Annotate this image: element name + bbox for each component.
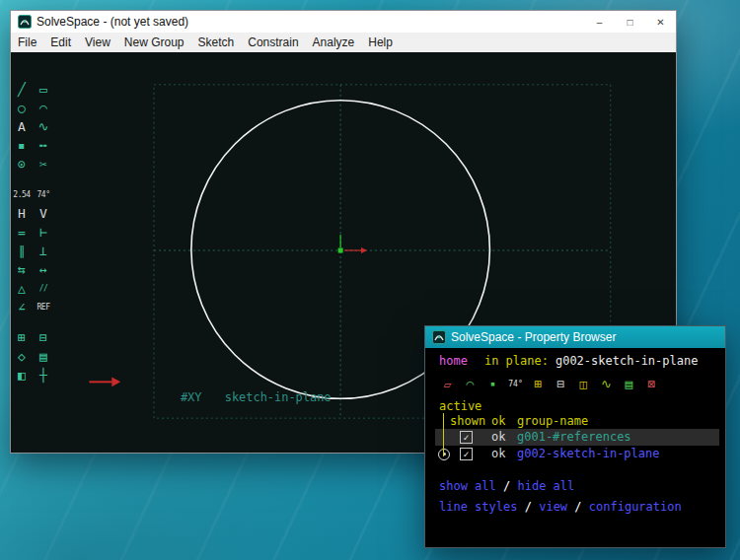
maximize-button[interactable]: □ (615, 11, 645, 33)
extrude-group-icon[interactable]: ⊞ (11, 328, 33, 347)
translate-icon[interactable]: ▤ (619, 374, 639, 393)
red-arrowhead (111, 377, 120, 386)
extrude-icon[interactable]: ⊞ (528, 374, 549, 393)
rotate-group-icon[interactable]: ◇ (11, 347, 33, 366)
datum-circle-tool-icon[interactable]: ⊙ (11, 155, 33, 174)
line-styles-link[interactable]: line styles (439, 500, 517, 514)
rectangle-tool-icon[interactable]: ▭ (33, 80, 54, 99)
shown-checkbox[interactable]: ✓ (460, 431, 473, 444)
equal-constraint-icon[interactable]: = (11, 223, 33, 242)
on-entity-constraint-icon[interactable]: ⊢ (33, 223, 54, 242)
browser-nav-line: home in plane: g002-sketch-in-plane (439, 354, 725, 369)
shown-checkbox[interactable]: ✓ (460, 448, 473, 460)
link-separator: / (503, 479, 517, 493)
group-ok-status: ok (481, 430, 510, 445)
parallel-constraint-icon[interactable]: ∥ (11, 242, 33, 260)
link-separator: / (525, 500, 539, 514)
menu-bar: File Edit View New Group Sketch Constrai… (11, 33, 676, 53)
new-sketch-in-plane-icon[interactable]: ▱ (437, 374, 458, 393)
menu-view[interactable]: View (78, 33, 117, 52)
lathe-icon[interactable]: ⊟ (551, 374, 571, 393)
midpoint-constraint-icon[interactable]: ↔ (33, 260, 54, 279)
link-icon[interactable]: ⊠ (641, 374, 662, 393)
text-tool-icon[interactable]: A (11, 117, 33, 136)
line-segment-tool-icon[interactable]: ╱ (11, 80, 33, 99)
reference-constraint-icon[interactable]: REF (33, 298, 54, 316)
menu-sketch[interactable]: Sketch (191, 33, 242, 52)
property-browser-titlebar[interactable]: SolveSpace - Property Browser (425, 326, 725, 348)
settings-links: line styles / view / configuration (439, 500, 725, 515)
group-link-sketch-in-plane[interactable]: g002-sketch-in-plane (510, 447, 719, 461)
menu-new-group[interactable]: New Group (117, 33, 191, 52)
group-ok-status: ok (481, 447, 510, 461)
window-controls: – □ ✕ (584, 11, 676, 33)
ok-column-header: ok (481, 414, 510, 429)
split-curves-tool-icon[interactable]: ✂ (33, 155, 54, 174)
palette-divider (11, 174, 55, 185)
browser-toolbar: ▱ ◠ ▪ 74° ⊞ ⊟ ◫ ∿ ▤ ⊠ (437, 374, 725, 393)
property-browser-title: SolveSpace - Property Browser (451, 330, 616, 344)
active-column-label: active (439, 399, 725, 414)
perpendicular-constraint-icon[interactable]: ⊥ (33, 242, 54, 260)
minimize-button[interactable]: – (584, 11, 615, 33)
vertical-constraint-icon[interactable]: V (33, 204, 54, 223)
sketch-group-label[interactable]: sketch-in-plane (225, 390, 332, 404)
current-plane-name: g002-sketch-in-plane (555, 354, 699, 369)
horizontal-constraint-icon[interactable]: H (11, 204, 33, 223)
arc-tool-icon[interactable]: ◠ (33, 99, 54, 117)
lathe-group-icon[interactable]: ⊟ (33, 328, 54, 347)
palette-divider (11, 316, 55, 328)
angle-dimension-icon[interactable]: 74° (33, 185, 54, 204)
angle-constraint-icon[interactable]: ∠ (11, 298, 33, 316)
show-hide-links: show all / hide all (439, 479, 725, 494)
close-button[interactable]: ✕ (645, 11, 676, 33)
home-link[interactable]: home (439, 354, 468, 369)
shown-column-header: shown (435, 414, 481, 429)
main-window-title: SolveSpace - (not yet saved) (37, 15, 188, 29)
solvespace-app-icon (18, 15, 32, 29)
menu-file[interactable]: File (11, 33, 43, 52)
menu-help[interactable]: Help (361, 33, 400, 52)
in-plane-label: in plane: (484, 354, 549, 369)
configuration-link[interactable]: configuration (589, 500, 682, 514)
active-indicator-line (443, 413, 444, 456)
tool-palette: ╱ ▭ ○ ◠ A ∿ ▪ ╍ ⊙ ✂ 2.54 74° H V = ⊢ (11, 52, 55, 453)
view-link[interactable]: view (539, 500, 567, 514)
point-tool-icon[interactable]: ▪ (11, 136, 33, 155)
distance-dimension-icon[interactable]: 2.54 (11, 185, 33, 204)
angle-dimension-icon[interactable]: 74° (505, 374, 526, 393)
datum-point-icon[interactable]: ▪ (482, 374, 503, 393)
circle-tool-icon[interactable]: ○ (11, 99, 33, 117)
translate-group-icon[interactable]: ▤ (33, 347, 54, 366)
same-orientation-constraint-icon[interactable]: △ (11, 279, 33, 298)
property-browser-window: SolveSpace - Property Browser home in pl… (424, 325, 726, 548)
show-all-link[interactable]: show all (439, 479, 496, 493)
helix-icon[interactable]: ∿ (596, 374, 617, 393)
equal-angle-constraint-icon[interactable]: // (33, 279, 54, 298)
bezier-tool-icon[interactable]: ∿ (33, 117, 54, 136)
menu-constrain[interactable]: Constrain (241, 33, 305, 52)
revolve-icon[interactable]: ◫ (573, 374, 594, 393)
main-titlebar[interactable]: SolveSpace - (not yet saved) – □ ✕ (11, 11, 676, 33)
origin-x-arrowhead (361, 247, 367, 253)
group-row-sketch-in-plane[interactable]: ✓ ok g002-sketch-in-plane (435, 446, 719, 462)
link-separator: / (574, 500, 588, 514)
group-name-column-header: group-name (510, 414, 725, 429)
solvespace-app-icon (432, 330, 446, 344)
desktop-background: SolveSpace - (not yet saved) – □ ✕ File … (0, 0, 740, 560)
group-row-references[interactable]: ✓ ok g001-#references (435, 429, 719, 446)
menu-edit[interactable]: Edit (43, 33, 78, 52)
symmetric-constraint-icon[interactable]: ⇆ (11, 260, 33, 279)
construction-tool-icon[interactable]: ╍ (33, 136, 54, 155)
mirror-group-icon[interactable]: ◧ (11, 366, 33, 385)
active-group-radio[interactable] (438, 449, 450, 460)
axes-group-icon[interactable]: ┼ (33, 366, 54, 385)
new-sketch-3d-icon[interactable]: ◠ (460, 374, 481, 393)
menu-analyze[interactable]: Analyze (306, 33, 362, 52)
hide-all-link[interactable]: hide all (518, 479, 575, 493)
plane-label[interactable]: #XY (181, 390, 202, 404)
property-browser-body: home in plane: g002-sketch-in-plane ▱ ◠ … (425, 348, 725, 547)
group-link-references[interactable]: g001-#references (510, 430, 719, 445)
origin-point[interactable] (338, 248, 343, 253)
group-list-header: shown ok group-name (435, 414, 725, 429)
